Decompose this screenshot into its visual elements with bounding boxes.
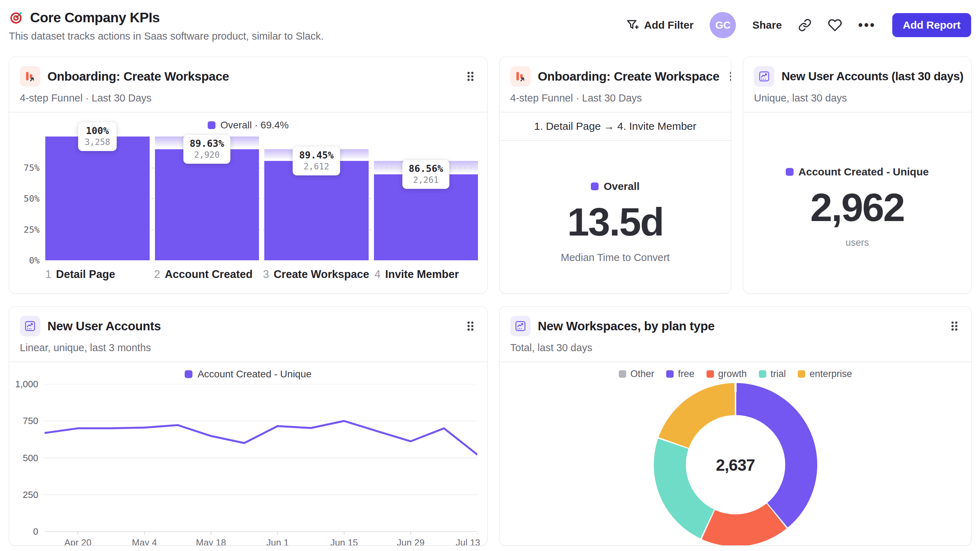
legend-label: Overall · 69.4% — [220, 119, 289, 131]
heart-icon — [828, 18, 842, 32]
drag-handle-icon[interactable] — [726, 69, 731, 84]
funnel-bar-tooltip: 89.63%2,920 — [183, 135, 231, 164]
x-tick-label: Jul 13 — [456, 537, 480, 546]
add-report-button[interactable]: Add Report — [892, 13, 971, 37]
drag-handle-icon[interactable] — [464, 69, 477, 84]
y-tick-label: 0% — [29, 255, 40, 265]
line-chart: 02505007501,000 — [9, 381, 487, 535]
legend-label: enterprise — [810, 368, 852, 380]
top-actions: Add Filter GC Share ••• — [626, 10, 971, 38]
funnel-range-label: 1. Detail Page → 4. Invite Member — [500, 113, 731, 140]
line-chart-icon — [754, 66, 775, 87]
funnel-step-label: 4Invite Member — [374, 268, 478, 281]
legend-swatch — [798, 370, 805, 378]
metric-value: 2,962 — [810, 188, 904, 227]
divider — [9, 112, 487, 113]
step-number: 3 — [263, 268, 269, 281]
card-title: Onboarding: Create Workspace — [538, 69, 719, 83]
legend-label: Account Created - Unique — [799, 166, 929, 178]
donut-total: 2,637 — [716, 455, 755, 474]
legend-item-trial[interactable]: trial — [759, 368, 786, 380]
legend-swatch — [666, 370, 674, 378]
page-title: Core Company KPIs — [30, 10, 159, 25]
legend-label: Account Created - Unique — [197, 368, 311, 380]
funnel-step-label: 2Account Created — [154, 268, 258, 281]
dashboard-page: Core Company KPIs This dataset tracks ac… — [0, 0, 980, 551]
card-title: Onboarding: Create Workspace — [48, 69, 229, 83]
conversion-pct: 100% — [84, 125, 110, 136]
card-new-user-accounts-line: New User Accounts Linear, unique, last 3… — [9, 306, 487, 546]
line-chart-svg — [45, 384, 477, 535]
metric-value: 13.5d — [567, 202, 663, 242]
divider — [500, 361, 971, 362]
y-tick-label: 250 — [23, 489, 38, 500]
y-tick-label: 1,000 — [15, 379, 38, 390]
funnel-bar[interactable]: 89.63%2,920 — [155, 137, 259, 260]
y-tick-label: 25% — [24, 224, 40, 235]
x-tick-label: May 4 — [132, 537, 157, 546]
conversion-count: 3,258 — [84, 137, 110, 147]
line-x-axis: Apr 20May 4May 18Jun 1Jun 15Jun 29Jul 13 — [45, 537, 477, 546]
metric-legend: Account Created - Unique — [786, 166, 929, 178]
x-tick-label: Jun 15 — [331, 537, 358, 546]
funnel-bar-tooltip: 100%3,258 — [78, 122, 116, 151]
card-subtitle: Unique, last 30 days — [743, 87, 971, 112]
conversion-count: 2,920 — [189, 150, 224, 160]
legend-item-enterprise[interactable]: enterprise — [798, 368, 852, 380]
funnel-chart-icon — [510, 66, 531, 87]
legend-label: free — [678, 368, 695, 380]
card-workspaces-donut: New Workspaces, by plan type Total, last… — [499, 306, 972, 546]
conversion-pct: 89.45% — [299, 149, 334, 160]
legend-label: Overall — [604, 180, 640, 192]
step-number: 2 — [154, 268, 160, 281]
x-tick-label: Jun 1 — [266, 537, 289, 546]
funnel-chart: 0%25%50%75% 100%3,25889.63%2,92089.45%2,… — [9, 134, 487, 260]
funnel-step-labels: 1Detail Page2Account Created3Create Work… — [45, 268, 478, 281]
funnel-bar[interactable]: 86.56%2,261 — [374, 137, 478, 260]
y-tick-label: 0 — [33, 526, 38, 537]
line-legend: Account Created - Unique — [9, 368, 487, 380]
x-tick-label: May 18 — [196, 537, 226, 546]
target-icon — [9, 10, 24, 25]
favorite-button[interactable] — [828, 18, 842, 32]
divider — [9, 361, 487, 362]
y-tick-label: 500 — [23, 453, 38, 463]
card-subtitle: Linear, unique, last 3 months — [9, 336, 487, 361]
drag-handle-icon[interactable] — [948, 319, 961, 333]
legend-swatch — [185, 370, 192, 378]
funnel-bar[interactable]: 89.45%2,612 — [264, 137, 369, 260]
avatar[interactable]: GC — [710, 12, 736, 38]
legend-item-free[interactable]: free — [666, 368, 695, 380]
y-tick-label: 75% — [24, 162, 40, 173]
cards-grid: Onboarding: Create Workspace 4-step Funn… — [9, 57, 971, 546]
funnel-step-label: 3Create Workspace — [263, 268, 369, 281]
drag-handle-icon[interactable] — [464, 319, 477, 333]
y-tick-label: 50% — [24, 194, 40, 204]
conversion-pct: 86.56% — [409, 163, 443, 174]
card-new-user-accounts-metric: New User Accounts (last 30 days) Unique,… — [743, 57, 972, 294]
top-bar: Core Company KPIs This dataset tracks ac… — [9, 0, 971, 57]
funnel-bar[interactable]: 100%3,258 — [45, 137, 150, 260]
step-number: 1 — [45, 268, 51, 281]
more-menu-button[interactable]: ••• — [858, 18, 876, 33]
card-time-to-convert: Onboarding: Create Workspace 4-step Funn… — [499, 57, 731, 294]
donut-legend: Otherfreegrowthtrialenterprise — [500, 368, 971, 380]
legend-item-other[interactable]: Other — [619, 368, 654, 380]
line-y-axis: 02505007501,000 — [14, 384, 45, 532]
funnel-plot: 100%3,25889.63%2,92089.45%2,61286.56%2,2… — [45, 137, 478, 260]
legend-item-growth[interactable]: growth — [706, 368, 747, 380]
card-title: New Workspaces, by plan type — [538, 319, 715, 333]
share-label: Share — [752, 19, 781, 31]
conversion-count: 2,612 — [299, 162, 334, 171]
line-chart-icon — [20, 316, 40, 336]
copy-link-button[interactable] — [798, 18, 811, 32]
card-funnel-chart: Onboarding: Create Workspace 4-step Funn… — [9, 57, 487, 294]
legend-swatch — [759, 370, 766, 378]
conversion-count: 2,261 — [409, 175, 443, 185]
drag-handle-icon[interactable] — [970, 69, 972, 84]
add-filter-button[interactable]: Add Filter — [626, 18, 694, 32]
board-heading: Core Company KPIs This dataset tracks ac… — [9, 10, 324, 42]
funnel-bar-fill — [45, 137, 150, 260]
y-tick-label: 750 — [23, 416, 38, 427]
share-button[interactable]: Share — [752, 19, 781, 31]
